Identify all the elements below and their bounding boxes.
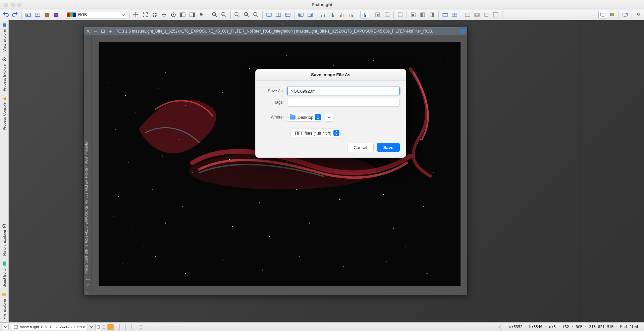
cancel-button[interactable]: Cancel xyxy=(347,143,373,152)
screen-icon-5[interactable] xyxy=(306,11,315,19)
zoom-out-icon[interactable] xyxy=(220,11,228,19)
move-tool-icon[interactable] xyxy=(131,11,140,19)
svg-point-147 xyxy=(405,246,406,247)
svg-point-89 xyxy=(216,126,216,126)
minimize-window-icon[interactable] xyxy=(11,3,15,7)
svg-point-110 xyxy=(339,199,340,200)
shade-icon[interactable] xyxy=(108,29,113,34)
mac-title-bar: PixInsight xyxy=(0,0,644,9)
rail-tab-view-explorer[interactable]: View Explorer xyxy=(1,20,7,54)
channel-toggle[interactable] xyxy=(120,324,126,330)
save-dialog: Save Image File As Save As: Tags: Where:… xyxy=(255,69,406,158)
mask-icon-3[interactable] xyxy=(396,11,405,19)
svg-point-78 xyxy=(158,88,159,89)
rail-tab-file-explorer[interactable]: File Explorer xyxy=(1,290,7,322)
rail-tab-process-explorer[interactable]: Process Explorer xyxy=(1,54,7,94)
histogram-icon-3[interactable] xyxy=(338,11,346,19)
split-left-icon[interactable] xyxy=(178,11,187,19)
zoom-window-icon[interactable] xyxy=(17,3,21,7)
pointer-tool-icon[interactable] xyxy=(197,11,206,19)
split-right-icon[interactable] xyxy=(188,11,197,19)
channel-toggle[interactable] xyxy=(126,324,132,330)
dialog-divider xyxy=(256,125,406,125)
zoom-in-icon[interactable] xyxy=(210,11,219,19)
mask-icon-4[interactable] xyxy=(409,11,418,19)
svg-point-96 xyxy=(162,155,163,156)
image-tab[interactable]: masterLight_BIN_1_6252x4176_EXPO! xyxy=(11,324,88,330)
monitor-icon-2[interactable] xyxy=(621,11,630,19)
expand-vert-icon[interactable] xyxy=(86,284,90,288)
rail-tab-process-console[interactable]: Process Console xyxy=(1,94,7,133)
undo-button[interactable] xyxy=(1,11,10,19)
mask-icon-2[interactable] xyxy=(383,11,391,19)
monitor-color-icon[interactable] xyxy=(608,11,616,19)
histogram-icon-2[interactable] xyxy=(328,11,337,19)
window-icon-3[interactable] xyxy=(463,11,472,19)
tab-caret-icon[interactable] xyxy=(90,325,93,329)
window-icon-6[interactable] xyxy=(491,11,500,19)
channel-toggle[interactable] xyxy=(132,324,138,330)
window-icon-4[interactable] xyxy=(473,11,481,19)
svg-rect-18 xyxy=(245,13,247,15)
tags-input[interactable] xyxy=(287,98,400,107)
tool-icon-4[interactable] xyxy=(52,11,61,19)
screen-icon-2[interactable] xyxy=(274,11,283,19)
image-tab-label: masterLight_BIN_1_6252x4176_EXPO! xyxy=(20,325,85,329)
zoom-fit-icon[interactable] xyxy=(242,11,251,19)
channel-toggle-active[interactable] xyxy=(108,324,114,330)
close-icon[interactable] xyxy=(86,29,91,34)
zoom-icon[interactable] xyxy=(233,11,241,19)
window-icon-5[interactable] xyxy=(482,11,491,19)
window-icon-2[interactable] xyxy=(450,11,459,19)
histogram-icon-1[interactable] xyxy=(319,11,328,19)
tool-icon-2[interactable] xyxy=(33,11,42,19)
redo-button[interactable] xyxy=(11,11,19,19)
svg-point-104 xyxy=(118,196,119,197)
tool-icon-1[interactable] xyxy=(24,11,33,19)
screen-icon-1[interactable] xyxy=(265,11,273,19)
rail-tab-history-explorer[interactable]: History Explorer xyxy=(1,221,7,258)
where-location-dropdown[interactable]: Desktop xyxy=(287,113,322,122)
svg-point-144 xyxy=(284,213,285,213)
filetype-dropdown[interactable]: TIFF files (*.tif *.tiff) xyxy=(290,129,340,137)
rail-tab-script-editor[interactable]: Script Editor xyxy=(1,258,7,290)
monitor-icon-active[interactable] xyxy=(598,11,607,19)
save-button[interactable]: Save xyxy=(377,143,400,152)
grip-icon[interactable] xyxy=(103,325,105,329)
histogram-icon-4[interactable] xyxy=(347,11,356,19)
collapse-icon[interactable] xyxy=(150,11,159,19)
image-window-titlebar[interactable]: RGB 1:5 masterLight_BIN_1_6252x4176_EXPO… xyxy=(84,27,467,35)
histogram-active-icon[interactable] xyxy=(360,11,369,19)
svg-point-73 xyxy=(333,65,333,66)
zoom-1to1-icon[interactable]: 1 xyxy=(252,11,260,19)
image-mode-indicator-icon[interactable] xyxy=(460,29,465,34)
maximize-icon[interactable] xyxy=(101,29,105,34)
mask-icon-1[interactable] xyxy=(373,11,382,19)
svg-point-71 xyxy=(249,68,250,69)
statusbar-menu-button[interactable] xyxy=(3,324,9,330)
screen-icon-4[interactable] xyxy=(297,11,305,19)
center-icon[interactable] xyxy=(169,11,178,19)
channel-selector[interactable]: RGB xyxy=(65,11,127,18)
fit-view-icon[interactable] xyxy=(141,11,150,19)
overflow-icon[interactable] xyxy=(634,11,643,19)
screen-icon-3[interactable] xyxy=(283,11,292,19)
channel-toggle-strip[interactable] xyxy=(107,324,138,330)
filename-input[interactable] xyxy=(287,87,400,95)
pan-icon[interactable] xyxy=(160,11,168,19)
minimize-icon[interactable] xyxy=(93,29,98,34)
toolbar-separator xyxy=(438,11,439,19)
close-window-icon[interactable] xyxy=(4,3,8,7)
mask-icon-6[interactable] xyxy=(428,11,436,19)
tool-icon-3[interactable] xyxy=(43,11,51,19)
disclosure-button[interactable] xyxy=(325,113,333,122)
grip-icon[interactable] xyxy=(140,325,142,329)
svg-point-141 xyxy=(144,246,144,247)
channel-toggle[interactable] xyxy=(114,324,120,330)
expand-horiz-icon[interactable] xyxy=(86,277,90,281)
window-icon-1[interactable] xyxy=(441,11,449,19)
statusbar-pin-button[interactable] xyxy=(95,324,101,330)
target-icon[interactable] xyxy=(86,290,90,294)
image-side-label: masterLight_BIN_1_6252x4176_EXPOSURE_45_… xyxy=(84,35,92,276)
mask-icon-5[interactable] xyxy=(418,11,427,19)
